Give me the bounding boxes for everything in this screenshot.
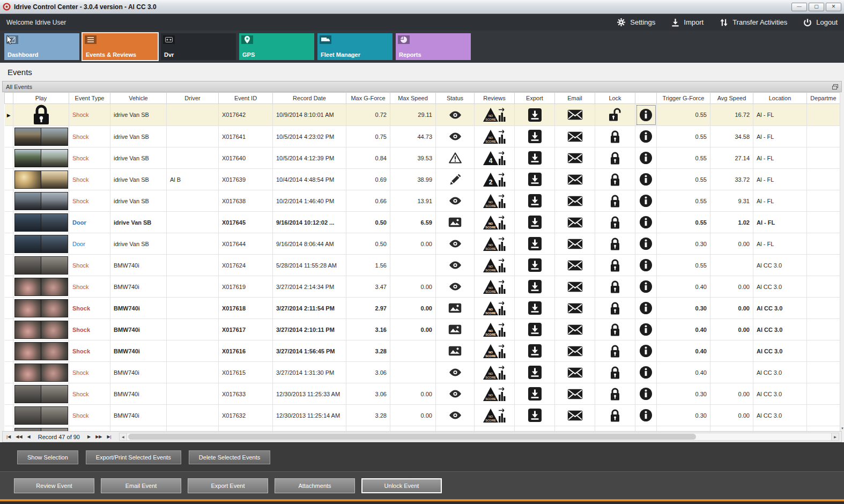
lock-cell[interactable] [595,383,635,405]
email-cell[interactable] [555,319,595,340]
info-cell[interactable] [635,104,657,126]
email-cell[interactable] [555,169,595,190]
lock-cell[interactable] [595,233,635,255]
email-event-button[interactable]: Email Event [101,478,181,493]
play-cell[interactable] [13,126,69,147]
export-icon[interactable] [528,279,542,294]
export-icon[interactable] [528,322,542,337]
event-row[interactable]: ShockBMW740iX0176245/28/2014 11:55:28 AM… [5,255,840,276]
nav-tile-fleet[interactable]: Fleet Manager [317,33,393,60]
status-cell[interactable] [436,104,475,126]
email-cell[interactable] [555,212,595,233]
column-header-max-g-force[interactable]: Max G-Force [346,93,390,104]
lock-cell[interactable] [595,190,635,212]
column-header-export[interactable]: Export [515,93,555,104]
nav-tile-events[interactable]: Events & Reviews [83,33,158,60]
event-thumbnail[interactable] [14,385,68,403]
email-cell[interactable] [555,255,595,276]
eye-icon[interactable] [449,390,462,398]
info-cell[interactable] [635,276,657,298]
export-icon[interactable] [528,108,542,122]
export-icon[interactable] [528,387,542,401]
email-icon[interactable] [567,367,583,378]
lock-icon[interactable] [610,194,620,208]
lock-icon[interactable] [610,216,620,229]
lock-icon[interactable] [610,237,620,251]
export-icon[interactable] [528,236,542,251]
column-header-avg-speed[interactable]: Avg Speed [710,93,753,104]
info-cell[interactable] [635,126,657,147]
lock-cell[interactable] [595,362,635,383]
attachments-button[interactable]: Attachments [275,478,355,493]
info-icon[interactable] [639,258,653,272]
email-cell[interactable] [555,126,595,147]
logout-button[interactable]: Logout [803,18,838,27]
status-cell[interactable] [436,383,475,405]
lock-cell[interactable] [595,405,635,426]
eye-icon[interactable] [449,111,462,119]
review-score-icon[interactable]: NOSCORE [483,129,506,145]
export-cell[interactable] [515,255,555,276]
play-cell[interactable] [13,340,69,362]
column-header-play[interactable]: Play [13,93,69,104]
reviews-cell[interactable]: NOSCORE [475,255,515,276]
review-score-icon[interactable]: NOSCORE [483,214,506,231]
play-cell[interactable] [13,276,69,298]
reviews-cell[interactable]: NOSCORE [475,298,515,319]
event-thumbnail[interactable] [14,192,68,210]
reviews-cell[interactable]: NOSCORE [475,362,515,383]
review-score-icon[interactable]: NOSCORE [483,407,506,424]
event-row[interactable]: ShockBMW740iX01763212/30/2013 11:25:14 A… [5,405,840,426]
export-icon[interactable] [528,301,542,315]
email-icon[interactable] [567,217,583,228]
export-icon[interactable] [528,408,542,423]
image-icon[interactable] [448,324,462,335]
info-cell[interactable] [635,212,657,233]
scroll-right-icon[interactable]: ▶ [831,433,839,440]
unlock-event-button[interactable]: Unlock Event [361,478,442,493]
status-cell[interactable] [436,126,475,147]
export-cell[interactable] [515,383,555,405]
lock-cell[interactable] [595,104,635,126]
status-cell[interactable] [436,169,475,190]
image-icon[interactable] [448,303,462,313]
info-cell[interactable] [635,405,657,426]
event-thumbnail[interactable] [14,428,68,432]
status-cell[interactable] [436,276,475,298]
reviews-cell[interactable]: 4 [475,147,515,169]
export-cell[interactable] [515,298,555,319]
export-cell[interactable] [515,190,555,212]
email-cell[interactable] [555,298,595,319]
lock-cell[interactable] [595,340,635,362]
email-icon[interactable] [567,174,583,185]
event-thumbnail[interactable] [14,406,68,425]
reviews-cell[interactable] [475,426,515,432]
event-row[interactable]: Shockidrive Van SBX01764110/5/2014 4:23:… [5,126,840,147]
reviews-cell[interactable]: NOSCORE [475,276,515,298]
info-icon[interactable] [639,108,653,122]
maximize-button[interactable]: ▢ [809,3,824,11]
lock-icon[interactable] [610,344,620,358]
review-score-icon[interactable]: 2 [483,172,506,188]
play-cell[interactable] [13,383,69,405]
event-thumbnail[interactable] [14,149,68,167]
info-icon[interactable] [639,387,653,401]
column-header-event-id[interactable]: Event ID [219,93,273,104]
email-cell[interactable] [555,233,595,255]
eye-icon[interactable] [449,132,462,140]
show-selection-button[interactable]: Show Selection [17,450,78,464]
info-cell[interactable] [635,147,657,169]
info-icon[interactable] [639,151,653,165]
lock-icon[interactable] [610,280,620,294]
play-cell[interactable] [13,233,69,255]
status-cell[interactable] [436,233,475,255]
play-cell[interactable] [13,319,69,340]
play-cell[interactable] [13,362,69,383]
reviews-cell[interactable]: NOSCORE [475,126,515,147]
play-cell[interactable] [13,255,69,276]
event-thumbnail[interactable] [14,342,68,360]
email-icon[interactable] [567,109,583,120]
lock-cell[interactable] [595,169,635,190]
image-icon[interactable] [448,346,462,356]
export-cell[interactable] [515,233,555,255]
